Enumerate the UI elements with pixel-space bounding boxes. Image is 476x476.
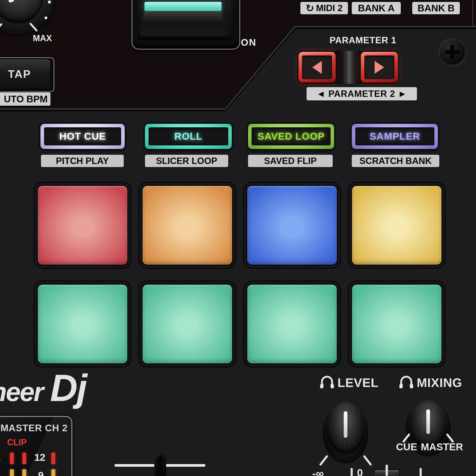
performance-pad-5[interactable] — [38, 285, 127, 363]
bank-b-label: BANK B — [412, 2, 460, 14]
level-max-label: 0 — [357, 467, 363, 476]
on-label: ON — [241, 37, 256, 48]
performance-pad-3[interactable] — [247, 186, 337, 265]
performance-pad-6[interactable] — [143, 285, 232, 363]
midi-2-label: ↻ MIDI 2 — [300, 2, 348, 14]
screw-icon — [438, 38, 466, 66]
clip-label: CLIP — [7, 438, 27, 447]
meter-scale-number: 12 — [0, 452, 1, 463]
label-slicer-loop: SLICER LOOP — [145, 155, 228, 167]
knob-scale-dot — [48, 0, 51, 3]
channel-fader-slot[interactable] — [154, 454, 166, 476]
headphones-icon — [319, 374, 335, 390]
knob-pointer — [344, 411, 347, 438]
fx-paddle-lever[interactable] — [144, 2, 221, 11]
label-scratch-bank: SCRATCH BANK — [352, 155, 439, 167]
meter-led-amber — [10, 469, 14, 476]
mode-button-hot-cue[interactable]: HOT CUE — [40, 124, 125, 149]
headphones-level-label: LEVEL — [338, 375, 379, 390]
mode-button-saved-loop[interactable]: SAVED LOOP — [248, 124, 334, 149]
headphones-mixing-label: MIXING — [417, 375, 462, 390]
parameter-roller — [335, 51, 362, 84]
mode-button-label: SAVED LOOP — [257, 131, 325, 142]
label-pitch-play: PITCH PLAY — [41, 155, 124, 167]
performance-pad-1[interactable] — [38, 186, 127, 265]
meter-led-amber — [51, 469, 55, 476]
performance-pad-8[interactable] — [352, 285, 442, 363]
tap-button-label: TAP — [8, 68, 31, 81]
mode-button-label: ROLL — [174, 131, 202, 142]
performance-pad-4[interactable] — [352, 186, 442, 265]
mode-button-label: SAMPLER — [370, 131, 420, 142]
knob-pointer — [426, 409, 430, 434]
max-label: MAX — [33, 33, 52, 43]
mode-button-sampler[interactable]: SAMPLER — [352, 124, 438, 149]
parameter2-label: ◄ PARAMETER 2 ► — [306, 87, 417, 101]
level-min-label: -∞ — [312, 467, 324, 476]
meter-title: MASTER CH 2 — [0, 423, 68, 433]
performance-pad-2[interactable] — [143, 186, 232, 265]
meter-led-red — [51, 453, 55, 464]
midi-loop-icon: ↻ — [306, 2, 314, 14]
left-arrow-icon — [312, 61, 322, 74]
fader-scale-tick — [351, 468, 353, 476]
mode-button-label: HOT CUE — [59, 131, 106, 142]
right-arrow-icon — [374, 61, 384, 74]
pioneer-dj-logo: neer Dj — [0, 370, 86, 405]
parameter-right-button[interactable] — [361, 52, 398, 83]
mixing-master-label: MASTER — [421, 441, 463, 453]
dj-mixer-panel: MAX TAP UTO BPM ON ↻ MIDI 2 BANK A BANK … — [0, 0, 476, 476]
auto-bpm-label: UTO BPM — [0, 92, 51, 106]
bank-a-label: BANK A — [352, 2, 401, 14]
mixing-cue-label: CUE — [396, 441, 417, 453]
meter-led-red — [22, 453, 26, 464]
meter-led-amber — [22, 469, 26, 476]
knob-scale-dot — [45, 17, 47, 19]
parameter1-label: PARAMETER 1 — [317, 35, 409, 46]
fx-paddle-shadow — [140, 22, 225, 36]
label-saved-flip: SAVED FLIP — [248, 155, 333, 167]
level-meter-panel: MASTER CH 2 CLIP 12 12 9 — [0, 416, 72, 476]
performance-pad-7[interactable] — [247, 285, 337, 363]
fader-scale-tick — [420, 468, 422, 476]
meter-scale-number: 9 — [38, 470, 44, 476]
meter-scale-number: 12 — [34, 452, 46, 463]
headphones-icon — [399, 374, 414, 390]
fx-paddle-bevel — [142, 11, 224, 22]
mode-button-roll[interactable]: ROLL — [145, 124, 232, 149]
tap-button[interactable]: TAP — [0, 60, 50, 88]
fader-cap-marker — [386, 465, 388, 476]
meter-led-red — [10, 453, 14, 464]
parameter-left-button[interactable] — [298, 52, 336, 83]
